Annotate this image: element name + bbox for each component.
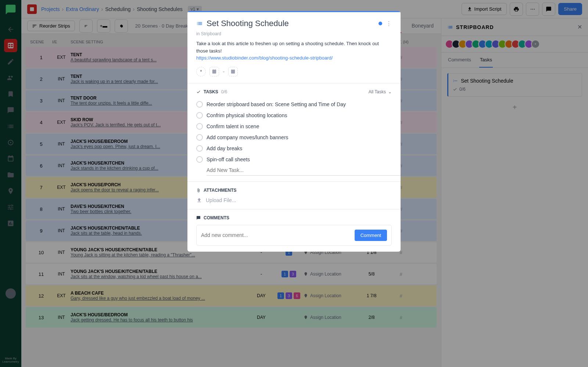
comment-submit-button[interactable]: Comment: [355, 230, 387, 241]
list-icon: [196, 20, 203, 27]
comment-input[interactable]: [201, 232, 355, 238]
task-item: Add day breaks: [196, 143, 392, 154]
attachments-section: ATTACHMENTS Upload File...: [187, 181, 401, 209]
modal-meta-row: -: [187, 67, 401, 83]
upload-file-button[interactable]: Upload File...: [196, 197, 392, 203]
task-text: Add day breaks: [207, 145, 242, 151]
task-text: Confrim physical shooting locations: [207, 112, 287, 118]
comment-icon: [196, 216, 201, 220]
task-text: Spin-off call sheets: [207, 156, 250, 162]
task-text: Add company moves/lunch banners: [207, 134, 288, 140]
task-item: Reorder stripboard based on: Scene Setti…: [196, 99, 392, 110]
tasks-section: TASKS 0/6 All Tasks ⌄ Reorder stripboard…: [187, 83, 401, 181]
modal-more-button[interactable]: ⋮: [386, 20, 392, 27]
add-task-input[interactable]: [207, 165, 401, 176]
comments-label: COMMENTS: [204, 215, 229, 220]
task-text: Reorder stripboard based on: Scene Setti…: [207, 101, 346, 107]
task-item: Confirm talent in scene: [196, 121, 392, 132]
task-text: Confirm talent in scene: [207, 123, 259, 129]
task-detail-modal: ✕ Set Shooting Schedule ⋮ in Stripboard …: [187, 11, 401, 252]
assign-user-button[interactable]: [196, 67, 206, 76]
modal-link[interactable]: https://www.studiobinder.com/blog/shooti…: [196, 55, 333, 61]
modal-subtitle: in Stripboard: [187, 31, 401, 39]
task-checkbox[interactable]: [196, 123, 203, 130]
chevron-down-icon: ⌄: [388, 89, 392, 94]
task-checkbox[interactable]: [196, 134, 203, 141]
check-icon: [196, 90, 201, 94]
task-checkbox[interactable]: [196, 156, 203, 163]
comments-section: COMMENTS Comment: [187, 209, 401, 252]
upload-icon: [196, 197, 202, 203]
comment-box: Comment: [196, 225, 392, 246]
task-item: Confrim physical shooting locations: [196, 110, 392, 121]
tasks-filter-dropdown[interactable]: All Tasks ⌄: [369, 89, 392, 94]
modal-title: Set Shooting Schedule: [207, 19, 289, 28]
task-checkbox[interactable]: [196, 101, 203, 108]
modal-overlay: ✕ Set Shooting Schedule ⋮ in Stripboard …: [0, 0, 588, 367]
start-date-button[interactable]: [209, 67, 219, 76]
task-item: Add company moves/lunch banners: [196, 132, 392, 143]
tasks-count: 0/6: [221, 89, 227, 94]
status-dot: [379, 22, 382, 25]
attachments-label: ATTACHMENTS: [204, 188, 237, 193]
task-checkbox[interactable]: [196, 112, 203, 119]
paperclip-icon: [196, 188, 201, 193]
task-checkbox[interactable]: [196, 145, 203, 152]
tasks-label: TASKS: [204, 89, 218, 94]
task-item: Spin-off call sheets: [196, 154, 392, 165]
end-date-button[interactable]: [228, 67, 238, 76]
modal-description: Take a look at this article to freshen u…: [187, 39, 401, 67]
